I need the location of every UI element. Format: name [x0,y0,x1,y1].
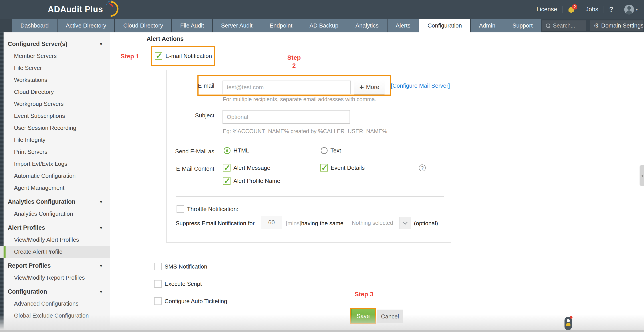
sidebar-item-cloud-directory[interactable]: Cloud Directory [0,86,110,98]
sidebar-item-global-exclude-configuration[interactable]: Global Exclude Configuration [0,310,110,322]
sidebar-header-label: Configured Server(s) [8,41,68,47]
tab-file-audit[interactable]: File Audit [172,19,212,32]
tab-support[interactable]: Support [504,19,541,32]
tab-active-directory[interactable]: Active Directory [58,19,114,32]
send-email-as-label: Send E-Mail as [166,148,214,155]
sidebar-item-create-alert-profile[interactable]: Create Alert Profile [0,246,110,258]
sidebar-header-label: Alert Profiles [8,224,45,231]
chat-notification-dot [570,316,572,319]
tab-endpoint[interactable]: Endpoint [262,19,301,32]
subject-example-text: Eg: %ACCOUNT_NAME% created by %CALLER_US… [223,128,387,134]
sidebar-header-label: Report Profiles [8,262,51,269]
tab-server-audit[interactable]: Server Audit [213,19,261,32]
sidebar-item-file-integrity[interactable]: File Integrity [0,134,110,146]
more-label: More [366,84,379,90]
tab-dashboard[interactable]: Dashboard [12,19,57,32]
configure-mail-server-link[interactable]: [Configure Mail Server] [391,82,450,89]
email-content-label: E-Mail Content [166,165,214,172]
tab-alerts[interactable]: Alerts [388,19,418,32]
top-bar: ADAudit Plus License 2 Jobs ? [0,0,644,19]
cancel-button[interactable]: Cancel [377,310,403,323]
sms-notification-option[interactable]: SMS Notification [154,263,207,270]
alert-profile-name-option[interactable]: Alert Profile Name [223,177,280,185]
sidebar-item-user-session-recording[interactable]: User Session Recording [0,122,110,134]
html-radio[interactable] [224,147,230,154]
auto-ticketing-label: Configure Auto Ticketing [164,298,227,305]
sidebar-item-event-subscriptions[interactable]: Event Subscriptions [0,110,110,122]
execute-script-option[interactable]: Execute Script [154,280,202,288]
sms-notification-checkbox[interactable] [154,263,162,270]
suppress-minutes-input[interactable] [261,216,282,229]
license-link[interactable]: License [536,6,557,13]
save-button[interactable]: Save [351,309,375,323]
sidebar-header-report-profiles[interactable]: Report Profiles▾ [0,260,110,272]
separator [580,6,580,13]
sidebar-item-file-server[interactable]: File Server [0,62,110,74]
tab-ad-backup[interactable]: AD Backup [301,19,347,32]
tab-configuration[interactable]: Configuration [419,19,470,32]
alert-message-label: Alert Message [234,164,270,171]
text-radio[interactable] [321,147,328,154]
domain-settings-button[interactable]: ⚙ Domain Settings [590,20,643,31]
email-notification-highlight: E-mail Notification [151,46,215,66]
sidebar-item-automatic-configuration[interactable]: Automatic Configuration [0,170,110,182]
sidebar-item-advanced-configurations[interactable]: Advanced Configurations [0,298,110,310]
tab-cloud-directory[interactable]: Cloud Directory [115,19,171,32]
sidebar-item-import-evt-evtx-logs[interactable]: Import Evt/Evtx Logs [0,158,110,170]
event-details-option[interactable]: Event Details [320,164,365,172]
email-notification-label: E-mail Notification [166,53,212,59]
sidebar-item-agent-management[interactable]: Agent Management [0,182,110,194]
sidebar-item-workstations[interactable]: Workstations [0,74,110,86]
sidebar-header-label: Analytics Configuration [8,198,76,205]
tab-analytics[interactable]: Analytics [347,19,387,32]
sidebar-item-member-servers[interactable]: Member Servers [0,50,110,62]
sidebar-header-configuration[interactable]: Configuration▾ [0,286,110,298]
sidebar-item-workgroup-servers[interactable]: Workgroup Servers [0,98,110,110]
send-as-html-option[interactable]: HTML [224,147,249,154]
step3-annotation: Step 3 [355,291,373,298]
event-details-checkbox[interactable] [320,164,328,172]
execute-script-checkbox[interactable] [154,280,162,288]
alert-profile-name-checkbox[interactable] [223,177,230,185]
alert-message-checkbox[interactable] [223,164,230,172]
caret-down-icon: ▾ [100,38,102,50]
main-content: Alert Actions Step 1 E-mail Notification… [110,32,644,332]
sidebar-item-print-servers[interactable]: Print Servers [0,146,110,158]
having-same-text: having the same [301,220,344,227]
auto-ticketing-checkbox[interactable] [154,297,162,305]
more-recipients-button[interactable]: + More [354,80,385,94]
alert-message-option[interactable]: Alert Message [223,164,270,172]
send-as-text-option[interactable]: Text [321,147,341,154]
subject-input[interactable] [222,110,350,124]
tab-admin[interactable]: Admin [471,19,504,32]
chat-avatar-body [566,323,570,326]
help-icon[interactable]: ? [609,5,613,13]
sidebar-header-label: Configuration [8,288,47,295]
sidebar-item-view-modify-report-profiles[interactable]: View/Modify Report Profiles [0,272,110,284]
email-input[interactable] [222,80,351,94]
sidebar-header-analytics-configuration[interactable]: Analytics Configuration▾ [0,196,110,208]
dropdown-toggle[interactable] [399,217,411,229]
notifications-bell-icon[interactable]: 2 [568,6,575,13]
user-menu[interactable]: ▾ [624,5,638,14]
sidebar-item-analytics-configuration[interactable]: Analytics Configuration [0,208,110,220]
throttle-notification-checkbox[interactable] [176,205,184,213]
same-attribute-dropdown[interactable]: Nothing selected [348,217,411,229]
adaudit-plus-app: ADAudit Plus License 2 Jobs ? [0,0,644,332]
throttle-notification-option[interactable]: Throttle Notification: [176,205,238,213]
sidebar-item-view-modify-alert-profiles[interactable]: View/Modify Alert Profiles [0,234,110,246]
help-question-icon[interactable]: ? [419,164,426,171]
sidebar-header-configured-server-s[interactable]: Configured Server(s)▾ [0,38,110,50]
sidebar-header-alert-profiles[interactable]: Alert Profiles▾ [0,222,110,234]
text-radio-label: Text [330,147,341,154]
auto-ticketing-option[interactable]: Configure Auto Ticketing [154,297,227,305]
search-input[interactable] [553,22,584,29]
jobs-link[interactable]: Jobs [586,6,598,13]
sidebar-collapse-handle[interactable]: ◂ [640,165,644,186]
gear-icon: ⚙ [593,23,599,29]
chat-assistant-widget[interactable] [564,317,572,330]
email-notification-checkbox[interactable] [155,52,162,60]
user-avatar-icon [624,5,634,14]
sms-notification-label: SMS Notification [164,263,207,270]
mins-unit-label: [mins] [286,220,301,227]
